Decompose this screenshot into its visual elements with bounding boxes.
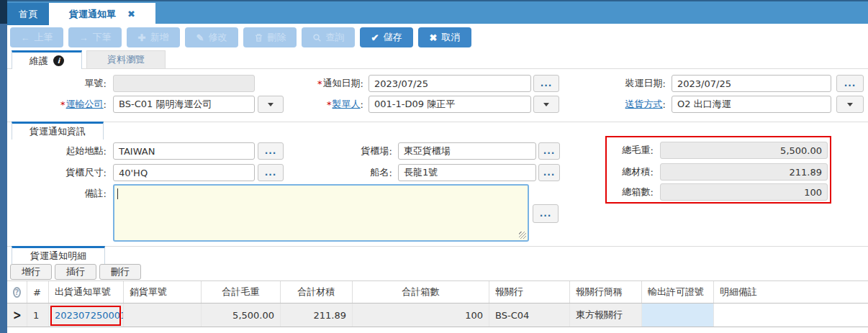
notify-date-field[interactable]: 2023/07/25: [369, 75, 531, 92]
insert-row-button[interactable]: 插行: [55, 264, 96, 280]
left-edge-strip: [0, 24, 7, 333]
volume-cell[interactable]: 211.89: [281, 304, 353, 327]
tab-home-label: 首頁: [19, 8, 37, 21]
notice-no-link[interactable]: 202307250001: [55, 310, 124, 321]
gross-weight-column-header[interactable]: 合計毛重: [202, 281, 281, 303]
edit-label: 修改: [208, 31, 227, 44]
remark-expand-button[interactable]: ...: [533, 204, 559, 223]
sales-no-cell[interactable]: [124, 304, 202, 327]
tab-shipping-notice[interactable]: 貨運通知單 ✖: [49, 3, 155, 25]
ship-date-picker-button[interactable]: ...: [836, 75, 864, 92]
expander-icon: >: [13, 308, 22, 321]
container-yard-lookup-button[interactable]: ...: [538, 142, 560, 160]
help-column-header[interactable]: ?: [7, 281, 27, 303]
tab-data-browse-label: 資料瀏覽: [107, 53, 145, 66]
transport-company-dropdown-button[interactable]: [258, 96, 284, 113]
ellipsis-icon: ...: [844, 78, 856, 88]
ship-date-label: 裝運日期 :: [597, 75, 666, 92]
permit-no-column-header[interactable]: 輸出許可證號: [642, 281, 714, 303]
cancel-button[interactable]: ✖ 取消: [418, 27, 471, 47]
close-tab-icon[interactable]: ✖: [127, 9, 135, 19]
origin-label: 起始地點 :: [22, 142, 107, 160]
doc-no-label: 單號 :: [22, 75, 107, 92]
maker-field[interactable]: 001-1-D09 陳正平: [369, 96, 531, 113]
tab-maintain[interactable]: 維護 i: [12, 50, 82, 69]
search-button[interactable]: 查詢: [302, 27, 355, 47]
volume-column-header[interactable]: 合計材積: [281, 281, 353, 303]
container-size-label: 貨櫃尺寸 :: [22, 164, 107, 181]
doc-no-field: [113, 75, 255, 92]
resize-handle[interactable]: [519, 232, 526, 239]
left-edge-strip-top: [0, 0, 7, 24]
tab-data-browse[interactable]: 資料瀏覽: [86, 50, 166, 69]
notify-date-picker-button[interactable]: ...: [533, 75, 559, 92]
vessel-field[interactable]: 長龍1號: [398, 164, 536, 181]
container-yard-label: 貨櫃場 :: [327, 142, 392, 160]
prev-record-button[interactable]: ← 上筆: [10, 27, 63, 47]
row-number-cell: 1: [27, 304, 49, 327]
maker-dropdown-button[interactable]: [533, 96, 559, 113]
detail-remark-cell[interactable]: [714, 304, 868, 327]
add-label: 新增: [150, 31, 168, 44]
gross-weight-cell[interactable]: 5,500.00: [202, 304, 281, 327]
permit-no-cell[interactable]: [642, 304, 714, 327]
help-icon: ?: [13, 287, 21, 298]
edit-button[interactable]: ✎ 修改: [185, 27, 238, 47]
container-size-lookup-button[interactable]: ...: [258, 164, 284, 181]
search-label: 查詢: [326, 31, 345, 44]
add-button[interactable]: ✚ 新增: [127, 27, 180, 47]
tab-home[interactable]: 首頁: [7, 3, 49, 25]
cancel-label: 取消: [441, 31, 460, 44]
info-section-title: 貨運通知資訊: [30, 125, 86, 138]
row-expander-cell[interactable]: >: [7, 304, 27, 327]
vessel-lookup-button[interactable]: ...: [538, 164, 560, 181]
transport-company-label: *運輸公司 :: [22, 96, 107, 113]
detail-section-tab[interactable]: 貨運通知明細: [12, 246, 105, 264]
table-row[interactable]: > 1 202307250001 5,500.00 211.89 100 BS-…: [7, 304, 868, 327]
vessel-label: 船名 :: [327, 164, 392, 181]
transport-company-field[interactable]: BS-C01 陽明海運公司: [113, 96, 255, 113]
remark-textarea[interactable]: [113, 184, 529, 242]
delete-button[interactable]: 刪除: [243, 27, 297, 47]
save-button[interactable]: ✔ 儲存: [360, 27, 413, 47]
notice-no-column-header[interactable]: 出貨通知單號: [49, 281, 124, 303]
delete-row-button[interactable]: 刪行: [99, 264, 141, 280]
sales-no-column-header[interactable]: 銷貨單號: [124, 281, 202, 303]
maker-label: *製單人 :: [295, 96, 363, 113]
arrow-left-icon: ←: [21, 32, 30, 43]
origin-field[interactable]: TAIWAN: [113, 142, 255, 160]
next-record-button[interactable]: → 下筆: [68, 27, 122, 47]
broker-column-header[interactable]: 報關行: [489, 281, 570, 303]
origin-lookup-button[interactable]: ...: [258, 142, 284, 160]
container-size-field[interactable]: 40'HQ: [113, 164, 255, 181]
row-number-column-header[interactable]: #: [27, 281, 49, 303]
chevron-down-icon: [847, 103, 853, 106]
ship-date-field[interactable]: 2023/07/25: [672, 75, 831, 92]
broker-cell[interactable]: BS-C04: [489, 304, 570, 327]
broker-abbr-cell[interactable]: 東方報關行: [570, 304, 642, 327]
detail-section-title: 貨運通知明細: [30, 250, 86, 263]
check-icon: ✔: [371, 32, 379, 43]
delivery-method-field[interactable]: O2 出口海運: [672, 96, 831, 113]
total-gross-weight-field: 5,500.00: [660, 142, 828, 159]
detail-remark-column-header[interactable]: 明細備註: [714, 281, 868, 303]
notice-no-cell[interactable]: 202307250001: [49, 304, 124, 327]
x-icon: ✖: [430, 32, 438, 43]
info-icon: i: [53, 55, 64, 66]
total-volume-field: 211.89: [660, 163, 828, 181]
boxes-column-header[interactable]: 合計箱數: [353, 281, 489, 303]
info-section-tab[interactable]: 貨運通知資訊: [12, 122, 104, 140]
ellipsis-icon: ...: [543, 168, 556, 178]
notify-date-label: *通知日期 :: [295, 75, 363, 92]
total-volume-label: 總材積 :: [608, 163, 654, 181]
broker-abbr-column-header[interactable]: 報關行簡稱: [570, 281, 642, 303]
total-boxes-field: 100: [660, 183, 828, 201]
tab-shipping-notice-label: 貨運通知單: [69, 8, 116, 21]
plus-icon: ✚: [138, 32, 146, 43]
save-label: 儲存: [383, 31, 402, 44]
boxes-cell[interactable]: 100: [353, 304, 489, 327]
add-row-button[interactable]: 增行: [10, 264, 52, 280]
delivery-method-dropdown-button[interactable]: [836, 96, 864, 113]
tab-maintain-label: 維護: [30, 55, 48, 68]
container-yard-field[interactable]: 東亞貨櫃場: [398, 142, 536, 160]
